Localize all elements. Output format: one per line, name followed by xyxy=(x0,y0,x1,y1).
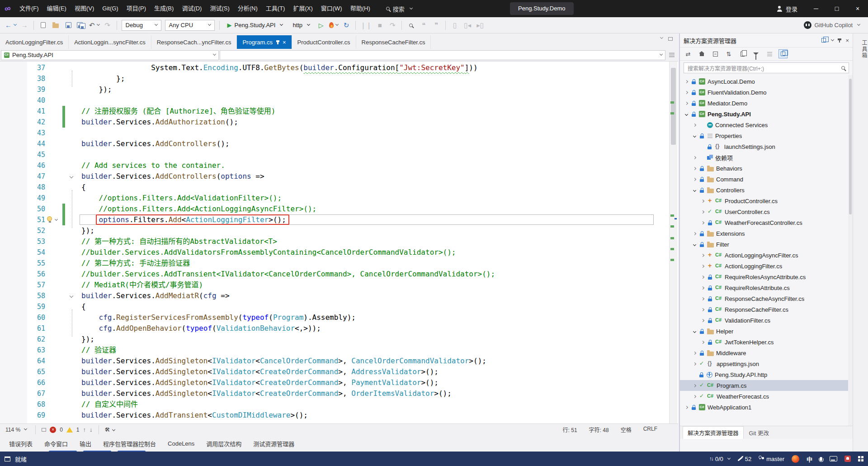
line-number[interactable]: 44 xyxy=(0,138,45,149)
notifications-button[interactable] xyxy=(844,456,851,462)
code-line-40[interactable]: 40 xyxy=(0,95,678,106)
line-number[interactable]: 55 xyxy=(0,258,45,269)
fold-collapse-icon[interactable] xyxy=(70,294,73,298)
sync-with-active-document-icon[interactable]: ⇅ xyxy=(724,49,733,58)
menu-item[interactable]: 生成(B) xyxy=(150,0,178,17)
collapse-arrow-icon[interactable] xyxy=(693,329,696,333)
code-line-56[interactable]: 56//builder.Services.AddTransient<IValid… xyxy=(0,269,678,280)
tree-item[interactable]: launchSettings.json xyxy=(680,141,853,152)
expand-arrow-icon[interactable] xyxy=(693,166,696,170)
zoom-dropdown[interactable]: 114 % xyxy=(3,427,29,433)
line-number[interactable]: 38 xyxy=(0,73,45,84)
code-line-67[interactable]: 67builder.Services.AddSingleton<IValidat… xyxy=(0,388,678,399)
code-line-61[interactable]: 61 cfg.AddOpenBehavior(typeof(Validation… xyxy=(0,323,678,334)
tree-item[interactable]: Properties xyxy=(680,130,853,141)
collapse-arrow-icon[interactable] xyxy=(693,243,696,246)
line-number[interactable]: 60 xyxy=(0,312,45,323)
type-member-dropdown[interactable] xyxy=(220,50,665,60)
code-line-49[interactable]: 49 //options.Filters.Add<ValidationFilte… xyxy=(0,193,678,204)
doc-tab[interactable]: ProductController.cs xyxy=(292,35,356,49)
code-line-37[interactable]: 37 System.Text.Encoding.UTF8.GetBytes(bu… xyxy=(0,62,678,73)
previous-bookmark-button[interactable]: ▯◂ xyxy=(462,19,473,31)
code-line-50[interactable]: 50 //options.Filters.Add<ActionLoggingAs… xyxy=(0,204,678,214)
pending-edits-button[interactable]: 52 xyxy=(737,456,751,462)
collapse-arrow-icon[interactable] xyxy=(693,134,696,137)
tree-item[interactable]: RequireRolesAttribute.cs xyxy=(680,282,853,293)
tree-item[interactable]: Command xyxy=(680,174,853,185)
lightbulb-quick-actions-icon[interactable] xyxy=(47,216,61,223)
start-debugging-button[interactable]: ▶ Peng.Study.API xyxy=(224,19,287,31)
tree-item[interactable]: appsettings.json xyxy=(680,358,853,369)
menu-item[interactable]: 分析(N) xyxy=(234,0,262,17)
line-number[interactable]: 64 xyxy=(0,356,45,366)
tree-item[interactable]: ProductController.cs xyxy=(680,195,853,206)
expand-arrow-icon[interactable] xyxy=(693,351,696,354)
menu-item[interactable]: 调试(D) xyxy=(178,0,206,17)
warning-count[interactable]: 1 xyxy=(76,427,80,433)
redo-button[interactable]: ↷ xyxy=(102,19,113,31)
code-line-38[interactable]: 38 }; xyxy=(0,73,678,84)
tree-item[interactable]: 依赖项 xyxy=(680,152,853,163)
scrollbar-thumb[interactable] xyxy=(671,68,676,145)
line-number[interactable]: 61 xyxy=(0,323,45,334)
maximize-button[interactable]: □ xyxy=(826,0,847,17)
tree-scrollbar-thumb[interactable] xyxy=(849,79,852,214)
code-line-55[interactable]: 55// 第二种方式: 手动注册验证器 xyxy=(0,258,678,269)
line-number[interactable]: 37 xyxy=(0,62,45,73)
line-number[interactable]: 47 xyxy=(0,171,45,182)
menu-item[interactable]: Git(G) xyxy=(98,0,122,17)
doc-tab[interactable]: Program.cs× xyxy=(237,35,292,49)
line-number[interactable]: 40 xyxy=(0,95,45,106)
git-branch-button[interactable]: master xyxy=(759,456,784,462)
menu-item[interactable]: 窗口(W) xyxy=(317,0,346,17)
tree-item[interactable]: WeatherForecastController.cs xyxy=(680,217,853,228)
find-button[interactable] xyxy=(405,19,417,31)
save-all-button[interactable] xyxy=(75,19,87,31)
tree-item[interactable]: ValidationFilter.cs xyxy=(680,315,853,326)
expand-arrow-icon[interactable] xyxy=(685,101,688,105)
menu-item[interactable]: 编辑(E) xyxy=(43,0,71,17)
sync-icon[interactable]: ⇄ xyxy=(684,49,693,58)
expand-arrow-icon[interactable] xyxy=(685,90,688,94)
menu-item[interactable]: 帮助(H) xyxy=(346,0,374,17)
line-number[interactable]: 67 xyxy=(0,388,45,399)
line-number[interactable]: 45 xyxy=(0,149,45,160)
show-all-files-icon[interactable] xyxy=(738,49,747,58)
microphone-button[interactable] xyxy=(820,457,822,461)
navigate-forward-button[interactable]: → xyxy=(19,19,30,31)
code-line-54[interactable]: 54//builder.Services.AddValidatorsFromAs… xyxy=(0,247,678,258)
code-line-41[interactable]: 41// 注册授权服务 (配合 [Authorize]、角色验证等使用) xyxy=(0,106,678,117)
code-line-47[interactable]: 47builder.Services.AddControllers(option… xyxy=(0,171,678,182)
tree-item[interactable]: ResponseCacheAsyncFilter.cs xyxy=(680,293,853,304)
char-indicator[interactable]: 字符: 48 xyxy=(589,426,609,433)
doc-tab[interactable]: ResponseCacheFilter.cs xyxy=(356,35,431,49)
previous-issue-button[interactable]: ↑ xyxy=(83,426,86,433)
tree-item[interactable]: Middleware xyxy=(680,347,853,358)
sign-in-button[interactable]: 登录 xyxy=(777,5,797,13)
step-over-button[interactable]: ↷ xyxy=(387,19,398,31)
navigate-back-button[interactable]: ← xyxy=(4,19,18,31)
home-icon[interactable] xyxy=(697,49,706,58)
solution-name-pill[interactable]: Peng.Study.Demo xyxy=(510,2,574,15)
git-sync-button[interactable]: ↑↓ 0/0 xyxy=(709,456,730,462)
expand-arrow-icon[interactable] xyxy=(701,340,704,343)
line-number[interactable]: 57 xyxy=(0,280,45,290)
tree-item[interactable]: AsyncLocal.Demo xyxy=(680,76,853,87)
search-button[interactable]: 搜索 xyxy=(381,3,418,15)
ime-indicator[interactable]: 中 xyxy=(807,455,812,463)
menu-item[interactable]: 扩展(X) xyxy=(289,0,316,17)
tree-item[interactable]: UserController.cs xyxy=(680,206,853,217)
line-number[interactable]: 46 xyxy=(0,160,45,171)
menu-item[interactable]: 测试(S) xyxy=(206,0,233,17)
code-cleanup-button[interactable]: 🛠 xyxy=(105,427,115,433)
launch-profile-dropdown[interactable]: http xyxy=(289,19,313,31)
break-all-button[interactable]: ❘❘ xyxy=(359,19,373,31)
line-indicator[interactable]: 行: 51 xyxy=(563,426,577,433)
fold-collapse-icon[interactable] xyxy=(70,175,73,178)
menu-item[interactable]: 工具(T) xyxy=(262,0,289,17)
tree-item[interactable]: JwtTokenHelper.cs xyxy=(680,337,853,347)
project-dropdown[interactable]: Peng.Study.API xyxy=(1,50,219,60)
menu-item[interactable]: 项目(P) xyxy=(123,0,150,17)
line-number[interactable]: 56 xyxy=(0,269,45,280)
platform-dropdown[interactable]: Any CPU xyxy=(165,20,215,31)
